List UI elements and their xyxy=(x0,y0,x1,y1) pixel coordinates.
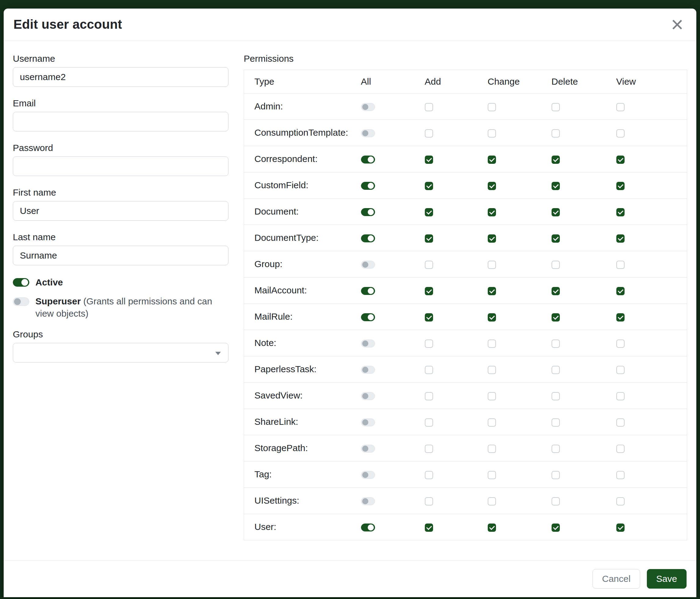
permission-add-checkbox[interactable] xyxy=(425,471,433,479)
permission-change-checkbox[interactable] xyxy=(488,287,496,295)
permission-add-checkbox[interactable] xyxy=(425,339,433,348)
permission-view-checkbox[interactable] xyxy=(616,524,625,532)
permission-all-toggle[interactable] xyxy=(361,366,375,374)
permission-delete-checkbox[interactable] xyxy=(552,471,560,479)
permission-change-checkbox[interactable] xyxy=(488,445,496,453)
permission-change-checkbox[interactable] xyxy=(488,261,496,269)
permission-delete-checkbox[interactable] xyxy=(552,182,560,190)
close-button[interactable]: × xyxy=(669,17,685,33)
permission-change-checkbox[interactable] xyxy=(488,129,496,138)
permission-all-toggle[interactable] xyxy=(361,261,375,269)
permission-type-label: UISettings: xyxy=(244,487,361,514)
permission-view-checkbox[interactable] xyxy=(616,497,625,505)
first-name-field[interactable] xyxy=(13,201,228,221)
permission-all-toggle[interactable] xyxy=(361,524,375,531)
permission-view-checkbox[interactable] xyxy=(616,182,625,190)
permission-add-checkbox[interactable] xyxy=(425,182,433,190)
superuser-toggle-row: Superuser (Grants all permissions and ca… xyxy=(13,295,228,320)
permission-all-toggle[interactable] xyxy=(361,497,375,505)
permission-change-checkbox[interactable] xyxy=(488,103,496,111)
permission-delete-checkbox[interactable] xyxy=(552,287,560,295)
permission-add-checkbox[interactable] xyxy=(425,313,433,321)
permission-all-toggle[interactable] xyxy=(361,392,375,400)
permission-view-checkbox[interactable] xyxy=(616,418,625,427)
permission-view-checkbox[interactable] xyxy=(616,392,625,400)
permission-all-toggle[interactable] xyxy=(361,155,375,164)
permission-change-checkbox[interactable] xyxy=(488,366,496,374)
permission-view-checkbox[interactable] xyxy=(616,339,625,348)
permission-change-checkbox[interactable] xyxy=(488,339,496,348)
permission-all-toggle[interactable] xyxy=(361,103,375,111)
permission-delete-checkbox[interactable] xyxy=(552,339,560,348)
permission-all-toggle[interactable] xyxy=(361,418,375,426)
permission-add-checkbox[interactable] xyxy=(425,445,433,453)
permission-add-checkbox[interactable] xyxy=(425,392,433,400)
cancel-button[interactable]: Cancel xyxy=(593,569,640,589)
permission-delete-checkbox[interactable] xyxy=(552,234,560,243)
permission-add-checkbox[interactable] xyxy=(425,234,433,243)
groups-select[interactable] xyxy=(13,343,228,362)
permission-all-toggle[interactable] xyxy=(361,471,375,479)
password-field[interactable] xyxy=(13,157,228,176)
permission-all-toggle[interactable] xyxy=(361,234,375,242)
permission-add-checkbox[interactable] xyxy=(425,103,433,111)
permission-delete-checkbox[interactable] xyxy=(552,261,560,269)
email-field[interactable] xyxy=(13,112,228,131)
permission-all-toggle[interactable] xyxy=(361,129,375,137)
permission-delete-checkbox[interactable] xyxy=(552,103,560,111)
permission-view-checkbox[interactable] xyxy=(616,471,625,479)
permission-view-checkbox[interactable] xyxy=(616,103,625,111)
permission-delete-checkbox[interactable] xyxy=(552,129,560,138)
permission-view-checkbox[interactable] xyxy=(616,287,625,295)
permission-add-checkbox[interactable] xyxy=(425,261,433,269)
permission-delete-checkbox[interactable] xyxy=(552,155,560,164)
permission-delete-checkbox[interactable] xyxy=(552,445,560,453)
permission-change-checkbox[interactable] xyxy=(488,418,496,427)
permission-all-toggle[interactable] xyxy=(361,339,375,348)
modal-header: Edit user account × xyxy=(4,8,696,41)
permission-add-checkbox[interactable] xyxy=(425,129,433,138)
permission-add-checkbox[interactable] xyxy=(425,366,433,374)
permission-all-toggle[interactable] xyxy=(361,182,375,190)
permission-view-checkbox[interactable] xyxy=(616,208,625,216)
permission-change-checkbox[interactable] xyxy=(488,313,496,321)
permission-view-checkbox[interactable] xyxy=(616,313,625,321)
permission-delete-checkbox[interactable] xyxy=(552,366,560,374)
permission-add-checkbox[interactable] xyxy=(425,287,433,295)
permission-add-checkbox[interactable] xyxy=(425,497,433,505)
permission-change-checkbox[interactable] xyxy=(488,208,496,216)
active-toggle[interactable] xyxy=(13,278,29,287)
permission-delete-checkbox[interactable] xyxy=(552,313,560,321)
permission-delete-checkbox[interactable] xyxy=(552,497,560,505)
permission-change-checkbox[interactable] xyxy=(488,234,496,243)
permission-type-label: StoragePath: xyxy=(244,435,361,461)
last-name-field[interactable] xyxy=(13,246,228,265)
permission-change-checkbox[interactable] xyxy=(488,392,496,400)
permission-all-toggle[interactable] xyxy=(361,208,375,216)
permission-add-checkbox[interactable] xyxy=(425,155,433,164)
permission-view-checkbox[interactable] xyxy=(616,129,625,138)
permission-all-toggle[interactable] xyxy=(361,313,375,321)
permission-all-toggle[interactable] xyxy=(361,287,375,295)
username-input[interactable] xyxy=(13,67,228,87)
superuser-toggle[interactable] xyxy=(13,297,29,306)
permission-add-checkbox[interactable] xyxy=(425,524,433,532)
permission-view-checkbox[interactable] xyxy=(616,445,625,453)
permission-all-toggle[interactable] xyxy=(361,445,375,453)
permission-change-checkbox[interactable] xyxy=(488,155,496,164)
permission-change-checkbox[interactable] xyxy=(488,524,496,532)
permission-delete-checkbox[interactable] xyxy=(552,208,560,216)
permission-add-checkbox[interactable] xyxy=(425,418,433,427)
permission-delete-checkbox[interactable] xyxy=(552,524,560,532)
permission-change-checkbox[interactable] xyxy=(488,471,496,479)
save-button[interactable]: Save xyxy=(647,569,686,589)
permission-change-checkbox[interactable] xyxy=(488,497,496,505)
permission-view-checkbox[interactable] xyxy=(616,234,625,243)
permission-view-checkbox[interactable] xyxy=(616,366,625,374)
permission-change-checkbox[interactable] xyxy=(488,182,496,190)
permission-add-checkbox[interactable] xyxy=(425,208,433,216)
permission-view-checkbox[interactable] xyxy=(616,155,625,164)
permission-delete-checkbox[interactable] xyxy=(552,392,560,400)
permission-delete-checkbox[interactable] xyxy=(552,418,560,427)
permission-view-checkbox[interactable] xyxy=(616,261,625,269)
